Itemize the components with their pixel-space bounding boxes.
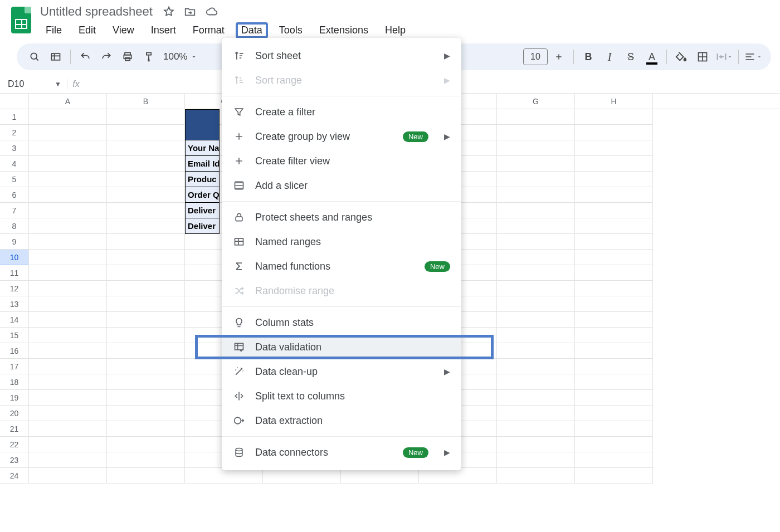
cell[interactable] [107, 172, 185, 187]
cell[interactable] [497, 109, 575, 125]
cell[interactable] [107, 312, 185, 328]
cell[interactable] [497, 172, 575, 187]
row-header[interactable]: 1 [0, 109, 29, 125]
menu-item-split-text-to-columns[interactable]: Split text to columns [222, 384, 461, 408]
menu-item-data-validation[interactable]: Data validation [222, 335, 461, 359]
cell[interactable] [575, 452, 653, 468]
merge-button[interactable] [714, 47, 734, 67]
row-header[interactable]: 12 [0, 281, 29, 296]
row-header[interactable]: 21 [0, 421, 29, 437]
cell[interactable] [29, 390, 107, 406]
menu-tools[interactable]: Tools [274, 22, 308, 38]
cell[interactable] [575, 109, 653, 125]
search-menus-button[interactable] [25, 47, 45, 67]
menu-item-sort-sheet[interactable]: Sort sheet▶ [222, 43, 461, 68]
zoom-select[interactable]: 100% [160, 51, 201, 62]
row-header[interactable]: 8 [0, 218, 29, 234]
cell[interactable] [107, 109, 185, 125]
row-header[interactable]: 9 [0, 234, 29, 250]
cell[interactable] [497, 374, 575, 390]
sheet-table-icon[interactable] [46, 47, 66, 67]
menu-file[interactable]: File [40, 22, 67, 38]
cell[interactable] [575, 421, 653, 437]
star-icon[interactable] [163, 6, 175, 18]
cell[interactable] [29, 203, 107, 218]
cell[interactable] [497, 390, 575, 406]
doc-title[interactable]: Untitled spreadsheet [40, 4, 153, 19]
cell[interactable] [107, 156, 185, 172]
row-header[interactable]: 14 [0, 312, 29, 328]
cell[interactable] [107, 281, 185, 296]
cell[interactable] [497, 437, 575, 452]
cell[interactable] [497, 468, 575, 484]
cell[interactable] [575, 265, 653, 281]
cloud-status-icon[interactable] [205, 6, 217, 18]
move-icon[interactable] [184, 6, 196, 18]
strike-button[interactable]: S [621, 47, 641, 67]
redo-button[interactable] [96, 47, 116, 67]
cell[interactable] [497, 156, 575, 172]
menu-insert[interactable]: Insert [145, 22, 182, 38]
menu-item-protect-sheets-and-ranges[interactable]: Protect sheets and ranges [222, 205, 461, 230]
paint-format-button[interactable] [139, 47, 159, 67]
cell[interactable] [29, 265, 107, 281]
print-button[interactable] [118, 47, 138, 67]
col-header[interactable]: G [497, 94, 575, 109]
cell[interactable] [107, 343, 185, 359]
row-header[interactable]: 16 [0, 343, 29, 359]
cell[interactable] [575, 468, 653, 484]
cell[interactable] [497, 125, 575, 140]
cell[interactable] [185, 468, 263, 484]
menu-view[interactable]: View [107, 22, 140, 38]
row-header[interactable]: 20 [0, 406, 29, 421]
cell[interactable] [29, 125, 107, 140]
cell[interactable] [341, 468, 419, 484]
cell[interactable] [575, 343, 653, 359]
cell[interactable] [575, 172, 653, 187]
cell[interactable] [575, 359, 653, 374]
cell[interactable] [107, 406, 185, 421]
cell[interactable] [497, 250, 575, 265]
row-header[interactable]: 7 [0, 203, 29, 218]
cell[interactable] [575, 250, 653, 265]
row-header[interactable]: 23 [0, 452, 29, 468]
cell[interactable] [575, 328, 653, 343]
cell[interactable] [29, 172, 107, 187]
cell[interactable] [29, 234, 107, 250]
cell[interactable] [575, 296, 653, 312]
cell[interactable] [107, 218, 185, 234]
menu-item-data-extraction[interactable]: Data extraction [222, 408, 461, 433]
cell[interactable] [107, 452, 185, 468]
cell[interactable] [497, 218, 575, 234]
name-box[interactable]: D10 ▼ [0, 79, 67, 89]
menu-item-data-clean-up[interactable]: Data clean-up▶ [222, 359, 461, 384]
menu-edit[interactable]: Edit [73, 22, 101, 38]
menu-extensions[interactable]: Extensions [314, 22, 374, 38]
menu-item-add-a-slicer[interactable]: Add a slicer [222, 173, 461, 198]
italic-button[interactable]: I [599, 47, 620, 67]
cell[interactable] [575, 390, 653, 406]
cell[interactable] [497, 312, 575, 328]
cell[interactable] [419, 468, 497, 484]
row-header[interactable]: 2 [0, 125, 29, 140]
table-row[interactable]: Deliver [185, 218, 220, 234]
cell[interactable] [29, 312, 107, 328]
cell[interactable] [29, 218, 107, 234]
row-header[interactable]: 13 [0, 296, 29, 312]
cell[interactable] [29, 296, 107, 312]
cell[interactable] [29, 359, 107, 374]
cell[interactable] [497, 234, 575, 250]
font-size-input[interactable]: 10 [523, 48, 548, 65]
row-header[interactable]: 10 [0, 250, 29, 265]
cell[interactable] [575, 437, 653, 452]
menu-item-column-stats[interactable]: Column stats [222, 310, 461, 335]
cell[interactable] [107, 328, 185, 343]
cell[interactable] [107, 421, 185, 437]
cell[interactable] [497, 452, 575, 468]
cell[interactable] [575, 156, 653, 172]
menu-item-create-group-by-view[interactable]: Create group by viewNew▶ [222, 124, 461, 149]
cell[interactable] [497, 265, 575, 281]
table-row[interactable]: Deliver [185, 203, 220, 218]
cell[interactable] [497, 328, 575, 343]
cell[interactable] [575, 203, 653, 218]
